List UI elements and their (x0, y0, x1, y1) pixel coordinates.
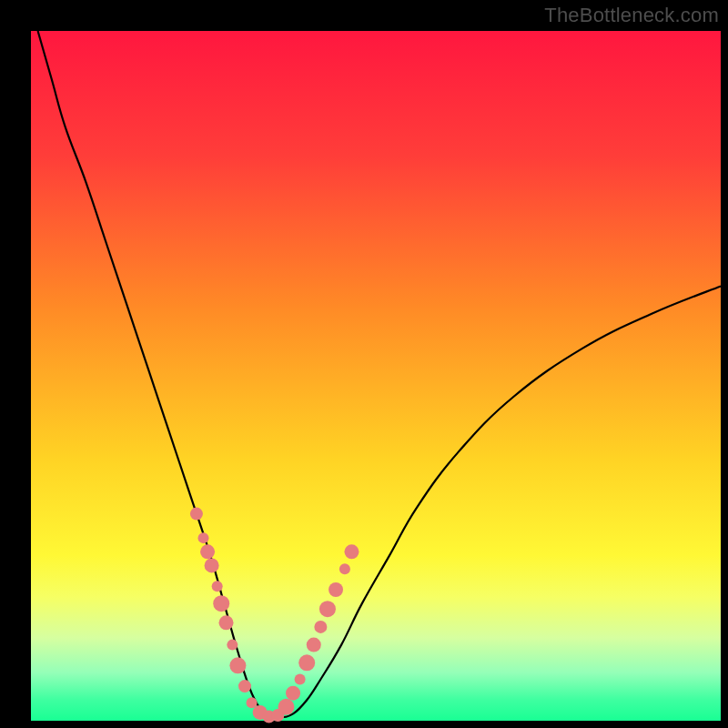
marker-dot (314, 621, 327, 633)
curve-layer (31, 31, 721, 721)
marker-dot (200, 544, 215, 559)
marker-dot (344, 544, 359, 559)
marker-dot (286, 686, 300, 701)
marker-dot (190, 508, 203, 521)
watermark-text: TheBottleneck.com (544, 4, 719, 27)
marker-dot (229, 657, 246, 673)
marker-dot (247, 697, 258, 708)
marker-dot (227, 640, 238, 651)
chart-root: TheBottleneck.com (0, 0, 728, 728)
plot-area (31, 31, 721, 721)
marker-dot (339, 563, 350, 574)
marker-dot (319, 601, 336, 617)
bottleneck-curve (38, 31, 721, 717)
marker-dot (198, 532, 209, 543)
marker-dot (278, 699, 294, 715)
marker-dot (205, 558, 219, 572)
marker-dot (295, 674, 306, 685)
marker-group (190, 508, 359, 723)
marker-dot (219, 615, 234, 630)
marker-dot (298, 654, 315, 671)
marker-dot (238, 680, 251, 693)
marker-dot (212, 581, 223, 592)
marker-dot (329, 582, 343, 597)
marker-dot (307, 638, 321, 652)
marker-dot (213, 595, 229, 612)
